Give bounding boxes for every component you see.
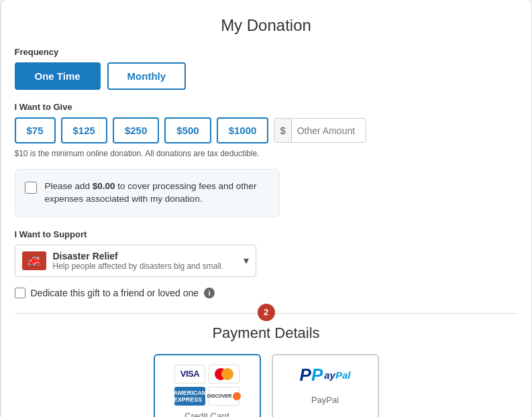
amount-125[interactable]: $125 [61, 117, 107, 143]
page-title: My Donation [15, 16, 518, 35]
amount-250[interactable]: $250 [113, 117, 159, 143]
payment-options: VISA AMERICAN EXPRESS DISCOVER Credit Ca… [15, 354, 518, 417]
processing-fee-box: Please add $0.00 to cover processing fee… [15, 169, 280, 217]
support-subtitle: Help people affected by disasters big an… [53, 261, 224, 271]
chevron-down-icon: ▾ [244, 254, 249, 267]
support-section: I Want to Support 🚒 Disaster Relief Help… [15, 229, 518, 277]
support-title: Disaster Relief [53, 251, 224, 261]
info-icon[interactable]: i [204, 288, 215, 298]
paypal-text-blue: ay [324, 369, 335, 381]
divider-section: 2 [15, 313, 518, 314]
give-label: I Want to Give [15, 102, 518, 112]
mastercard-logo [209, 365, 240, 383]
paypal-logo: PP ayPal [300, 365, 351, 385]
amount-75[interactable]: $75 [15, 117, 56, 143]
dedicate-checkbox[interactable] [15, 288, 25, 298]
step-badge: 2 [258, 304, 275, 321]
cc-logos: VISA AMERICAN EXPRESS DISCOVER [174, 365, 240, 406]
amount-500[interactable]: $500 [164, 117, 211, 143]
mc-circle-orange [221, 368, 233, 380]
paypal-label: PayPal [311, 395, 339, 405]
one-time-button[interactable]: One Time [15, 62, 101, 90]
dollar-sign: $ [274, 119, 291, 142]
monthly-button[interactable]: Monthly [107, 62, 187, 90]
disaster-icon: 🚒 [22, 251, 46, 270]
donation-form: My Donation Frequency One Time Monthly I… [1, 0, 531, 417]
processing-fee-checkbox[interactable] [25, 182, 37, 194]
discover-text: DISCOVER [207, 392, 242, 400]
support-dropdown-left: 🚒 Disaster Relief Help people affected b… [22, 251, 224, 271]
processing-fee-text: Please add $0.00 to cover processing fee… [45, 180, 270, 206]
support-dropdown[interactable]: 🚒 Disaster Relief Help people affected b… [15, 245, 256, 277]
paypal-text-light: Pal [335, 369, 351, 381]
credit-card-option[interactable]: VISA AMERICAN EXPRESS DISCOVER Credit Ca… [154, 354, 261, 417]
paypal-p-light: P [311, 365, 323, 385]
amex-logo: AMERICAN EXPRESS [174, 387, 205, 406]
paypal-option[interactable]: PP ayPal PayPal [272, 354, 379, 417]
payment-title: Payment Details [15, 324, 518, 342]
amount-row: $75 $125 $250 $500 $1000 $ [15, 117, 518, 143]
min-donation-text: $10 is the minimum online donation. All … [15, 149, 518, 158]
discover-logo: DISCOVER [209, 387, 240, 406]
dedicate-row: Dedicate this gift to a friend or loved … [15, 288, 518, 298]
support-label: I Want to Support [15, 229, 518, 239]
mc-circles [215, 368, 233, 380]
other-amount-wrapper: $ [274, 118, 366, 143]
discover-dot [233, 392, 241, 400]
other-amount-input[interactable] [292, 119, 366, 142]
frequency-row: One Time Monthly [15, 62, 518, 90]
amount-1000[interactable]: $1000 [217, 117, 269, 143]
frequency-label: Frequency [15, 47, 518, 57]
support-dropdown-text: Disaster Relief Help people affected by … [53, 251, 224, 271]
dedicate-label: Dedicate this gift to a friend or loved … [31, 288, 199, 298]
credit-card-label: Credit Card [184, 411, 229, 417]
paypal-p-blue: P [300, 365, 311, 385]
visa-logo: VISA [174, 365, 205, 383]
